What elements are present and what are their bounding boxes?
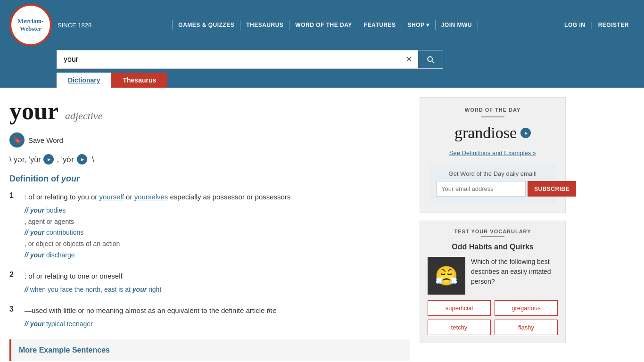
wotd-email-label: Get Word of the Day daily email! xyxy=(436,170,549,177)
wotd-divider xyxy=(481,116,504,117)
def-content-2: : of or relating to one or oneself // wh… xyxy=(25,271,410,296)
example-2a: // when you face the north, east is at y… xyxy=(25,285,410,295)
example-1b: // your contributions xyxy=(25,228,410,238)
wotd-def-link[interactable]: See Definitions and Examples » xyxy=(449,149,536,156)
save-label: Save Word xyxy=(28,136,63,144)
login-link[interactable]: LOG IN xyxy=(559,20,591,30)
pronunciation: \ yər, ˈyür , ˈyȯr \ xyxy=(9,154,410,165)
nav-thesaurus[interactable]: THESAURUS xyxy=(240,20,289,30)
tab-thesaurus[interactable]: Thesaurus xyxy=(111,73,167,88)
example-1a: // your bodies xyxy=(25,206,410,215)
more-examples-text: More Example Sentences xyxy=(19,346,110,354)
search-wrapper: ✕ xyxy=(57,50,443,69)
search-icon xyxy=(426,55,435,64)
since-text: SINCE 1828 xyxy=(58,22,91,29)
main-content: your adjective 🔖 Save Word \ yər, ˈyür ,… xyxy=(0,88,644,362)
word-title: your xyxy=(9,97,58,125)
vocab-card: TEST YOUR VOCABULARY Odd Habits and Quir… xyxy=(420,221,566,343)
tab-dictionary[interactable]: Dictionary xyxy=(57,73,111,88)
subscribe-button[interactable]: SUBSCRIBE xyxy=(528,181,576,197)
register-link[interactable]: REGISTER xyxy=(593,20,635,30)
logo-text: Merriam- Webster xyxy=(18,17,44,32)
tab-bar: Dictionary Thesaurus xyxy=(0,73,644,88)
left-content: your adjective 🔖 Save Word \ yər, ˈyür ,… xyxy=(9,97,420,361)
def-content-3: —used with little or no meaning almost a… xyxy=(25,305,410,330)
pron-text3: \ xyxy=(90,155,94,164)
wotd-card: WORD OF THE DAY grandiose See Definition… xyxy=(420,97,566,213)
nav-wotd[interactable]: WORD OF THE DAY xyxy=(289,20,358,30)
definition-3: 3 —used with little or no meaning almost… xyxy=(9,305,410,330)
vocab-option-tetchy[interactable]: tetchy xyxy=(428,320,491,335)
vocab-content: 😤 Which of the following best describes … xyxy=(428,257,558,295)
nav-features[interactable]: FEATURES xyxy=(358,20,402,30)
wotd-email-section: Get Word of the Day daily email! SUBSCRI… xyxy=(429,164,556,203)
example-1c: // your discharge xyxy=(25,250,410,260)
email-row: SUBSCRIBE xyxy=(436,181,549,197)
save-icon: 🔖 xyxy=(9,132,25,148)
yourselves-link[interactable]: yourselves xyxy=(134,193,168,201)
def-text-1: : of or relating to you or yourself or y… xyxy=(25,191,410,203)
word-pos: adjective xyxy=(65,110,102,122)
search-button[interactable] xyxy=(418,50,443,68)
search-area: ✕ xyxy=(0,50,644,73)
yourself-link[interactable]: yourself xyxy=(99,193,124,201)
pron-text2: , ˈyȯr xyxy=(57,155,74,164)
definition-1: 1 : of or relating to you or yourself or… xyxy=(9,191,410,261)
vocab-option-superficial[interactable]: superficial xyxy=(428,300,491,316)
nav-games[interactable]: GAMES & QUIZZES xyxy=(172,20,240,30)
vocab-title: Odd Habits and Quirks xyxy=(428,243,558,251)
top-nav: GAMES & QUIZZES THESAURUS WORD OF THE DA… xyxy=(91,20,559,30)
def-content-1: : of or relating to you or yourself or y… xyxy=(25,191,410,261)
header-top: Merriam- Webster SINCE 1828 GAMES & QUIZ… xyxy=(0,0,644,50)
logo-area: Merriam- Webster SINCE 1828 xyxy=(9,4,91,46)
email-input[interactable] xyxy=(436,181,526,197)
auth-area: LOG IN | REGISTER xyxy=(559,20,635,30)
wotd-label: WORD OF THE DAY xyxy=(429,107,556,113)
search-input[interactable] xyxy=(57,50,400,68)
definition-header: Definition of your xyxy=(9,174,410,184)
definitions-list: 1 : of or relating to you or yourself or… xyxy=(9,191,410,330)
vocab-options: superficial gregarious tetchy flashy xyxy=(428,300,558,335)
vocab-option-gregarious[interactable]: gregarious xyxy=(495,300,558,316)
more-examples-banner[interactable]: More Example Sentences xyxy=(9,339,410,361)
word-header: your adjective xyxy=(9,97,410,125)
definition-2: 2 : of or relating to one or oneself // … xyxy=(9,271,410,296)
example-3a: // your typical teenager xyxy=(25,319,410,329)
example-note-1a: , agent or agents xyxy=(25,216,410,227)
wotd-audio-button[interactable] xyxy=(520,128,531,138)
vocab-question: Which of the following best describes an… xyxy=(471,257,558,295)
search-clear-button[interactable]: ✕ xyxy=(400,50,418,68)
right-sidebar: WORD OF THE DAY grandiose See Definition… xyxy=(420,97,566,361)
example-note-1b: , or object or objects of an action xyxy=(25,239,410,249)
def-num-3: 3 xyxy=(9,305,17,313)
vocab-image: 😤 xyxy=(428,257,465,295)
vocab-divider xyxy=(481,236,504,237)
def-num-2: 2 xyxy=(9,271,17,279)
def-num-1: 1 xyxy=(9,191,17,200)
audio-button-1[interactable] xyxy=(43,154,54,165)
nav-join[interactable]: JOIN MWU xyxy=(436,20,478,30)
logo[interactable]: Merriam- Webster xyxy=(9,4,52,46)
def-text-2: : of or relating to one or oneself xyxy=(25,271,410,282)
wotd-word: grandiose xyxy=(429,124,556,142)
save-word[interactable]: 🔖 Save Word xyxy=(9,132,410,148)
def-text-3: —used with little or no meaning almost a… xyxy=(25,305,410,316)
vocab-option-flashy[interactable]: flashy xyxy=(495,320,558,335)
pron-text1: \ yər, ˈyür xyxy=(9,155,41,164)
nav-shop[interactable]: SHOP xyxy=(402,20,436,30)
audio-button-2[interactable] xyxy=(77,154,87,165)
vocab-label: TEST YOUR VOCABULARY xyxy=(428,229,558,234)
